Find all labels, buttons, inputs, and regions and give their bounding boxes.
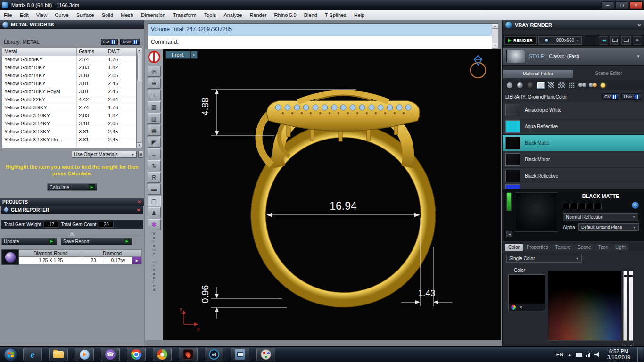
menu-item-rhino[interactable]: Rhino 5.0 [271,11,300,19]
menu-item-mesh[interactable]: Mesh [117,11,137,19]
spheres-link-icon[interactable] [588,82,597,89]
metal-table-scrollbar[interactable]: ▲ ▼ [136,48,142,148]
metal-table-header[interactable]: Metal Grams DWT [2,48,136,56]
calculate-button[interactable]: Calculate ▶ [47,183,97,191]
scrollbar-thumb[interactable] [137,54,141,81]
menu-item-curve[interactable]: Curve [51,11,72,19]
dimension-tool-button[interactable]: ↔ [148,148,161,159]
viewport[interactable]: ◎ ⊕ + ▧ ▨ ▦ ◩ ↔ ⇅ R ▬ ▢ ♟ ✻ V o l u m e … [145,49,501,340]
preview-pane-icon[interactable] [537,82,545,89]
vray-gv-button[interactable]: GV [602,93,619,100]
tab-color[interactable]: Color [505,244,523,251]
table-row[interactable]: Yellow Gold:18KY3.812.45 [2,80,136,88]
rotate-tool-button[interactable]: R [148,172,161,183]
command-scrollbar[interactable]: ▲ ▼ [492,24,498,49]
gem-thumbnail[interactable] [1,249,19,265]
command-prompt[interactable]: Command: [148,36,498,48]
material-item[interactable]: Black Mirror [503,151,644,168]
menu-item-surface[interactable]: Surface [73,11,98,19]
taskbar-explorer-button[interactable] [49,348,68,361]
gv-button[interactable]: GV [101,39,118,45]
material-item[interactable]: Aqua Reflective [503,118,644,135]
value-slider[interactable] [623,271,627,341]
tab-properties[interactable]: Properties [523,244,552,251]
table-row[interactable]: Yellow Gold:14KY3.182.05 [2,72,136,80]
maximize-button[interactable]: ▢ [615,1,628,9]
menu-item-tsplines[interactable]: T-Splines [321,11,350,19]
viewport-canvas[interactable]: Front ▼ [163,49,497,340]
matte-sphere-icon[interactable] [526,82,535,89]
person-tool-button[interactable]: ♟ [148,207,161,218]
tab-toon[interactable]: Toon [595,244,612,251]
tab-texture[interactable]: Texture [552,244,574,251]
keyboard-icon[interactable] [576,353,582,357]
scroll-up-icon[interactable]: ▲ [492,24,498,29]
tab-scene[interactable]: Scene [574,244,594,251]
style-row[interactable]: STYLE: Classic- (Fast) ▼ [503,48,644,66]
cube-tool-button-4[interactable]: ◩ [148,137,161,148]
taskbar-app-button-1[interactable] [153,348,172,361]
show-desktop-button[interactable] [637,347,643,362]
taskbar-app-button-3[interactable] [231,348,249,361]
menu-item-blend[interactable]: Blend [300,11,321,19]
gem-reporter-slider[interactable] [4,232,140,236]
diagonal-texture-icon[interactable] [547,82,555,89]
checker-texture-icon[interactable] [557,82,566,89]
table-row[interactable]: Yellow Gold:9KY2.741.76 [2,56,136,64]
glossy-sphere-icon[interactable] [516,82,524,89]
refresh-preview-icon[interactable]: ↻ [632,202,639,209]
projects-close-icon[interactable]: ✕ [138,199,141,205]
preview-mode-icon[interactable] [563,203,570,209]
cube-tool-button-3[interactable]: ▦ [148,125,161,136]
menu-item-edit[interactable]: Edit [16,11,33,19]
slider-thumb[interactable] [70,232,74,236]
bounds-tool-button[interactable]: ▢ [148,196,161,206]
scroll-down-icon[interactable]: ▼ [137,142,142,148]
scroll-up-icon[interactable]: ▲ [137,48,142,53]
menu-item-render[interactable]: Render [246,11,271,19]
menu-item-tools[interactable]: Tools [200,11,220,19]
color-wheel-icon[interactable] [511,305,516,310]
stop-render-icon[interactable] [148,51,160,63]
menu-item-solid[interactable]: Solid [98,11,117,19]
menu-item-view[interactable]: View [33,11,51,19]
ring-widget-icon[interactable] [471,56,486,78]
volume-icon[interactable] [594,352,600,357]
preview-mode-icon[interactable] [579,203,586,209]
chevron-down-icon[interactable]: ▼ [636,54,640,58]
sphere-tool-button[interactable]: ⊕ [148,78,161,89]
material-item-partial[interactable] [503,184,644,189]
table-row[interactable]: Yellow Gold 3:14KY3.182.05 [2,120,136,128]
taskbar-v8-button[interactable]: v8 [205,348,223,361]
vray-close-icon[interactable]: ✕ [637,23,641,28]
menu-item-dimension[interactable]: Dimension [137,11,169,19]
taskbar-app-button-2[interactable] [179,348,198,361]
table-row[interactable]: Yellow Gold 3:18KY Ro...3.812.45 [2,136,136,144]
preview-mode-icon[interactable] [595,203,602,209]
globe-tool-button[interactable]: ◎ [148,66,161,77]
cube-tool-button-2[interactable]: ▨ [148,113,161,124]
update-button[interactable]: Update ▶ [1,238,57,245]
gem-reporter-close-icon[interactable]: ✕ [137,207,140,213]
material-item-selected[interactable]: Black Matte [503,135,644,151]
noise-texture-icon[interactable] [568,82,576,89]
total-gem-weight-value[interactable]: .17 [43,222,58,228]
start-button[interactable] [4,348,17,362]
gem-go-button[interactable]: ▶ [132,257,142,264]
clear-color-icon[interactable]: ✕ [519,305,523,310]
alpha-slider[interactable] [629,271,633,341]
table-row[interactable]: Yellow Gold:18KY Royal3.812.45 [2,88,136,96]
display-button-2[interactable] [621,36,631,45]
scroll-down-icon[interactable]: ▼ [492,43,498,49]
save-report-button[interactable]: Save Report ▶ [61,238,132,245]
render-flower-button[interactable]: ✻ [148,219,161,230]
ruler-tool-button[interactable]: ▬ [148,184,161,195]
display-button[interactable] [610,36,619,45]
network-icon[interactable] [586,352,590,357]
use-object-materials-dropdown[interactable]: Use Object Materials ▼ [72,151,137,158]
preview-mode-icon[interactable] [587,203,594,209]
spheres-swap-icon[interactable] [578,82,586,89]
taskbar-paint-button[interactable] [256,348,275,361]
total-gem-count-value[interactable]: 23 [99,222,114,228]
lightbulb-icon[interactable] [599,82,607,89]
